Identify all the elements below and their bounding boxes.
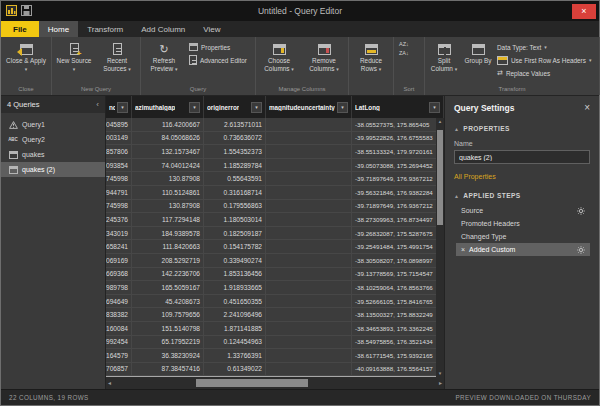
data-type-button[interactable]: Data Type: Text ▾ bbox=[497, 41, 595, 53]
applied-step-changed-type[interactable]: Changed Type bbox=[456, 230, 590, 243]
table-cell: 1.33766391 bbox=[204, 349, 266, 362]
applied-step-added-custom[interactable]: ×Added Custom bbox=[456, 243, 590, 256]
table-row[interactable]: 745998130.879080.55643591-39.71897649, 1… bbox=[106, 172, 444, 186]
use-first-row-button[interactable]: Use First Row As Headers ▾ bbox=[497, 54, 595, 66]
advanced-editor-button[interactable]: Advanced Editor bbox=[189, 54, 251, 66]
column-header-magnitudeuncertainty[interactable]: magnitudeuncertainty▾ bbox=[266, 96, 352, 118]
sidebar-item-quakes[interactable]: quakes bbox=[1, 147, 105, 162]
sidebar-item-query2[interactable]: ABCQuery2 bbox=[1, 132, 105, 147]
table-cell: -39.13778569, 175.7154547 bbox=[352, 268, 444, 281]
table-row[interactable]: 5045895116.42006672.613571011-38.0552737… bbox=[106, 118, 444, 132]
properties-button[interactable]: Properties bbox=[189, 41, 251, 53]
table-cell: 1706857 bbox=[106, 363, 132, 376]
group-by-button[interactable]: Group By bbox=[462, 38, 494, 85]
delete-step-icon[interactable]: × bbox=[461, 246, 465, 253]
table-icon bbox=[8, 166, 18, 174]
table-row[interactable]: 599245465.179522190.124454963-38.5497585… bbox=[106, 336, 444, 350]
table-row[interactable]: 516457936.382309241.33766391-38.61771545… bbox=[106, 349, 444, 363]
table-row[interactable]: 469464945.42086730.451650355-39.52666105… bbox=[106, 295, 444, 309]
table-cell bbox=[266, 281, 352, 294]
collapse-pane-icon[interactable]: ‹ bbox=[96, 100, 99, 109]
remove-columns-button[interactable]: Remove Columns ▾ bbox=[301, 38, 347, 85]
table-cell: 0.61349022 bbox=[204, 363, 266, 376]
vertical-scrollbar[interactable]: ▴ ▾ bbox=[436, 118, 444, 377]
dropdown-caret-icon: ▾ bbox=[589, 57, 592, 63]
horizontal-scrollbar[interactable]: ◂ ▸ bbox=[106, 377, 444, 389]
new-source-label: New Source bbox=[57, 57, 92, 64]
horizontal-scroll-thumb[interactable] bbox=[196, 379, 308, 387]
close-panel-icon[interactable]: × bbox=[584, 102, 590, 113]
table-row[interactable]: 2343019184.93895780.182509187-39.2683208… bbox=[106, 227, 444, 241]
column-header-LatLong[interactable]: LatLong▾ bbox=[352, 96, 444, 118]
table-row[interactable]: 9245376117.72941481.180503014-38.2730996… bbox=[106, 213, 444, 227]
filter-dropdown-icon[interactable]: ▾ bbox=[251, 102, 262, 113]
filter-dropdown-icon[interactable]: ▾ bbox=[189, 102, 200, 113]
queries-pane-header[interactable]: 4 Queries ‹ bbox=[1, 96, 105, 113]
table-cell: -38.34653893, 176.3362245 bbox=[352, 322, 444, 335]
all-properties-link[interactable]: All Properties bbox=[454, 173, 496, 180]
warning-icon bbox=[8, 121, 18, 129]
ribbon-group-transform: Split Column ▾ Group By Data Type: Text … bbox=[424, 37, 599, 95]
applied-step-promoted-headers[interactable]: Promoted Headers bbox=[456, 217, 590, 230]
column-header-azimuthalgap[interactable]: azimuthalgap▾ bbox=[132, 96, 204, 118]
table-row[interactable]: 09385474.040124241.185289784-39.05073088… bbox=[106, 159, 444, 173]
table-cell: 109.7579656 bbox=[132, 308, 204, 321]
split-column-button[interactable]: Split Column ▾ bbox=[426, 38, 462, 85]
new-source-button[interactable]: New Source ▾ bbox=[53, 38, 95, 85]
group-label-new-query: New Query bbox=[53, 85, 139, 95]
group-label-transform: Transform bbox=[426, 85, 598, 95]
query-name-input[interactable] bbox=[454, 150, 590, 164]
scroll-down-icon[interactable]: ▾ bbox=[439, 371, 442, 376]
table-cell: 745998 bbox=[106, 200, 132, 213]
filter-dropdown-icon[interactable]: ▾ bbox=[429, 102, 440, 113]
tab-add-column[interactable]: Add Column bbox=[132, 21, 194, 37]
dropdown-caret-icon: ▾ bbox=[175, 66, 178, 72]
table-row[interactable]: 5669368142.22367061.853136456-39.1377856… bbox=[106, 268, 444, 282]
sort-descending-icon[interactable]: ZA↓ bbox=[399, 51, 419, 57]
table-cell: 1.180503014 bbox=[204, 213, 266, 226]
scroll-left-icon[interactable]: ◂ bbox=[108, 380, 111, 386]
sidebar-item-quakes-2-[interactable]: quakes (2) bbox=[1, 162, 105, 177]
table-row[interactable]: 5069169208.52927190.339490274-38.3050820… bbox=[106, 254, 444, 268]
choose-columns-button[interactable]: Choose Columns ▾ bbox=[257, 38, 301, 85]
table-row[interactable]: 1658241111.84206630.154175782-39.2549148… bbox=[106, 240, 444, 254]
table-row[interactable]: 600314984.050686260.736636072-39.9952282… bbox=[106, 132, 444, 146]
filter-dropdown-icon[interactable]: ▾ bbox=[337, 102, 348, 113]
properties-section-header[interactable]: ▲ PROPERTIES bbox=[454, 125, 590, 132]
tab-transform[interactable]: Transform bbox=[78, 21, 132, 37]
filter-dropdown-icon[interactable]: ▾ bbox=[117, 102, 128, 113]
step-label: Source bbox=[461, 207, 483, 214]
tab-view[interactable]: View bbox=[194, 21, 229, 37]
table-row[interactable]: 170685787.384574160.61349022-40.09163888… bbox=[106, 363, 444, 377]
table-row[interactable]: 0944791110.51248610.316168714-39.5632184… bbox=[106, 186, 444, 200]
table-row[interactable]: 857806132.15734671.554352373-38.55133324… bbox=[106, 145, 444, 159]
close-apply-button[interactable]: Close & Apply ▾ bbox=[2, 38, 50, 85]
window-close-button[interactable]: × bbox=[572, 4, 596, 19]
table-row[interactable]: 4989798165.50591671.918933665-38.1025906… bbox=[106, 281, 444, 295]
step-settings-gear-icon[interactable] bbox=[577, 246, 585, 254]
column-header-originerror[interactable]: originerror▾ bbox=[204, 96, 266, 118]
table-row[interactable]: 9160084151.51407981.871141885-38.3465389… bbox=[106, 322, 444, 336]
table-cell: 0838382 bbox=[106, 308, 132, 321]
reduce-rows-button[interactable]: Reduce Rows ▾ bbox=[350, 38, 392, 85]
column-header-nce[interactable]: nce▾ bbox=[106, 96, 132, 118]
recent-sources-button[interactable]: Recent Sources ▾ bbox=[95, 38, 139, 85]
sidebar-item-query1[interactable]: Query1 bbox=[1, 117, 105, 132]
tab-file[interactable]: File bbox=[1, 21, 39, 37]
vertical-scroll-thumb[interactable] bbox=[437, 130, 443, 225]
scroll-up-icon[interactable]: ▴ bbox=[439, 119, 442, 124]
refresh-preview-button[interactable]: ↻ Refresh Preview ▾ bbox=[142, 38, 186, 85]
table-header-row: nce▾azimuthalgap▾originerror▾magnitudeun… bbox=[106, 96, 444, 118]
table-cell: -38.10259064, 176.8563766 bbox=[352, 281, 444, 294]
applied-step-source[interactable]: Source bbox=[456, 204, 590, 217]
scroll-right-icon[interactable]: ▸ bbox=[439, 380, 442, 386]
step-label: Changed Type bbox=[461, 233, 506, 240]
tab-home[interactable]: Home bbox=[39, 21, 78, 37]
table-row[interactable]: 0838382109.75796562.241096496-38.1350032… bbox=[106, 308, 444, 322]
step-settings-gear-icon[interactable] bbox=[577, 207, 585, 215]
sort-ascending-icon[interactable]: AZ↓ bbox=[399, 42, 419, 48]
applied-steps-section-header[interactable]: ▲ APPLIED STEPS bbox=[454, 192, 590, 199]
save-icon[interactable] bbox=[21, 2, 32, 20]
table-row[interactable]: 745998130.879080.179556863-39.71897649, … bbox=[106, 200, 444, 214]
replace-values-button[interactable]: ⇄ Replace Values bbox=[497, 67, 595, 79]
